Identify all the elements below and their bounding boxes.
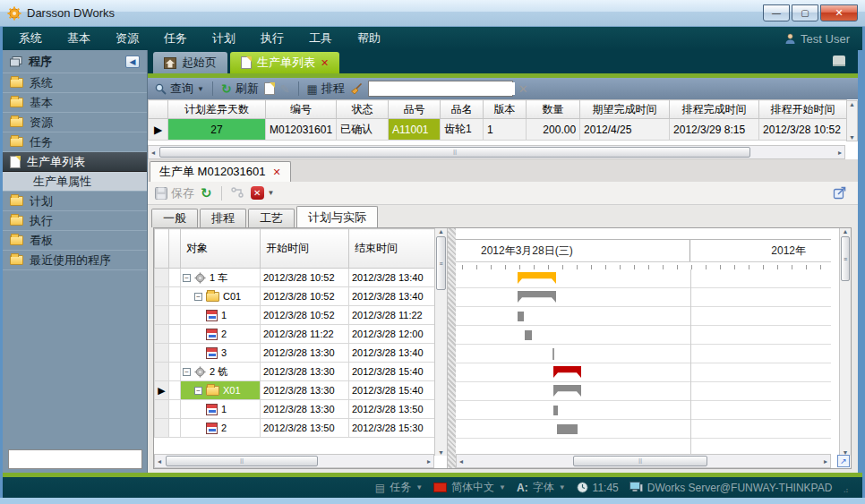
grid-column-header[interactable]: 排程开始时间 [759,100,847,119]
list-filter-input[interactable] [376,82,515,95]
sidebar-item-生产单属性[interactable]: 生产单属性 [3,172,147,192]
open-external-button[interactable] [833,185,847,200]
statusbar-font-label: 字体 [533,480,554,495]
statusbar-language[interactable]: 简体中文 ▼ [433,480,506,495]
tree-row[interactable]: 22012/3/28 13:502012/3/28 15:30 [155,419,435,438]
grid-column-header[interactable]: 品号 [389,100,441,119]
schedule-button[interactable]: ▦ 排程 [307,81,345,97]
grid-column-header[interactable]: 版本 [484,100,527,119]
sidebar-item-最近使用的程序[interactable]: 最近使用的程序 [3,251,147,270]
sidebar-item-计划[interactable]: 计划 [3,192,147,211]
list-filter-clear-icon[interactable]: ✕ [518,82,528,96]
refresh-button[interactable]: ↻ 刷新 [221,81,259,97]
tree-row[interactable]: −C012012/3/28 10:522012/3/28 13:40 [155,287,435,306]
subtab-工艺[interactable]: 工艺 [248,209,295,227]
gantt-bar-task[interactable] [525,330,532,340]
gantt-bar-task[interactable] [557,424,578,434]
query-button[interactable]: 查询 ▼ [155,81,204,97]
resize-grip[interactable]: ⣠ [843,483,850,492]
tree-column-header[interactable]: 结束时间 [349,229,435,269]
tree-column-header[interactable]: 开始时间 [261,229,349,269]
tree-horizontal-scrollbar[interactable]: ◂ ⠿ ▸ [154,454,434,468]
sidebar-search-input[interactable] [18,453,157,466]
sidebar-item-生产单列表[interactable]: 生产单列表 [3,152,147,172]
grid-column-header[interactable]: 期望完成时间 [580,100,670,119]
tree-expander-icon[interactable]: − [194,293,202,301]
new-button[interactable] [264,82,275,95]
subtab-计划与实际[interactable]: 计划与实际 [296,206,378,227]
tree-vertical-scrollbar[interactable]: ▲≡ ▼ [434,228,447,456]
tree-row[interactable]: 22012/3/28 11:222012/3/28 12:00 [155,325,435,344]
minimize-button[interactable]: — [763,4,790,21]
subtab-排程[interactable]: 排程 [200,209,246,227]
tree-row[interactable]: 32012/3/28 13:302012/3/28 13:40 [155,344,435,363]
tree-start-cell: 2012/3/28 13:30 [261,363,349,381]
tab-close-icon[interactable]: ✕ [321,57,329,69]
close-button[interactable]: ✕ [820,4,858,21]
tab-production-order-list-label: 生产单列表 [257,55,315,71]
statusbar-tasks[interactable]: ▤ 任务 ▼ [375,480,423,495]
grid-column-header[interactable]: 品名 [441,100,484,119]
menu-item-计划[interactable]: 计划 [212,30,236,47]
menu-item-系统[interactable]: 系统 [19,30,42,47]
tree-row[interactable]: −1 车2012/3/28 10:522012/3/28 13:40 [155,269,435,287]
menu-item-任务[interactable]: 任务 [164,30,187,47]
menu-item-帮助[interactable]: 帮助 [357,30,381,47]
sidebar-item-执行[interactable]: 执行 [3,211,147,231]
edit-button[interactable]: ✎ [280,82,290,96]
gantt-bar-task[interactable] [518,312,524,321]
grid-row[interactable]: ▶27M012031601已确认A11001齿轮11200.002012/4/2… [149,119,847,141]
tree-row[interactable]: −2 铣2012/3/28 13:302012/3/28 15:40 [155,363,435,381]
tree-row[interactable]: 12012/3/28 13:302012/3/28 13:50 [155,400,435,419]
tree-object-cell: −C01 [181,287,261,306]
query-button-label: 查询 [170,81,193,97]
refresh-icon: ↻ [221,81,232,96]
sidebar-item-系统[interactable]: 系统 [3,73,147,93]
tree-expander-icon[interactable]: − [183,368,191,376]
tree-expander-icon[interactable]: − [183,274,191,282]
tree-row[interactable]: 12012/3/28 10:522012/3/28 11:22 [155,306,435,325]
sidebar-item-资源[interactable]: 资源 [3,113,147,132]
statusbar-server-label: DWorks Server@FUNWAY-THINKPAD [647,482,833,494]
gantt-bar-milestone[interactable] [552,348,554,360]
grid-column-header[interactable]: 数量 [527,100,580,119]
window-title: Darsson DWorks [27,6,115,20]
gantt-vertical-scrollbar[interactable]: ▲≡ ▼ [839,228,851,456]
grid-column-header[interactable]: 计划差异天数 [168,100,266,119]
user-indicator[interactable]: Test User [784,32,850,46]
statusbar-font[interactable]: A: 字体 ▼ [517,480,566,495]
tree-gantt-splitter[interactable] [448,228,456,468]
clear-button[interactable] [350,83,363,95]
sidebar-item-看板[interactable]: 看板 [3,231,147,251]
gantt-bar-task[interactable] [553,406,558,415]
gantt-zoom-fit-button[interactable]: ↗ [837,455,850,467]
grid-column-header[interactable]: 排程完成时间 [670,100,759,119]
grid-column-header[interactable]: 状态 [337,100,389,119]
sidebar-item-label: 看板 [30,233,53,249]
tree-expander-icon[interactable]: − [194,387,202,395]
grid-vertical-scrollbar[interactable]: ▲▼ [846,100,858,141]
reload-button[interactable]: ↻ [201,185,212,201]
tree-column-header[interactable]: 对象 [181,229,261,269]
menu-item-执行[interactable]: 执行 [261,30,284,47]
gantt-horizontal-scrollbar[interactable]: ◂ ⠿ ▸ [456,454,831,468]
order-doc-tab[interactable]: 生产单 M012031601 ✕ [150,161,291,182]
sidebar-item-任务[interactable]: 任务 [3,132,147,152]
menu-item-基本[interactable]: 基本 [67,30,90,47]
sidebar-collapse-button[interactable]: ◀ [125,56,140,68]
maximize-button[interactable]: ▢ [792,4,818,21]
menu-item-工具[interactable]: 工具 [309,30,332,47]
validate-button[interactable]: ✕ ▼ [251,186,275,200]
window-pin-icon[interactable] [833,56,845,64]
save-button[interactable]: 保存 [155,185,194,201]
tab-home[interactable]: 起始页 [153,52,227,73]
grid-column-header[interactable]: 编号 [266,100,337,119]
tree-row[interactable]: ▶−X012012/3/28 13:302012/3/28 15:40 [155,381,435,400]
grid-horizontal-scrollbar[interactable]: ◂ ⠿ ▸ [148,145,845,159]
tab-production-order-list[interactable]: 生产单列表 ✕ [230,52,339,73]
sidebar-item-基本[interactable]: 基本 [3,93,147,113]
workflow-button[interactable] [231,187,244,199]
menu-item-资源[interactable]: 资源 [116,30,139,47]
order-doc-tab-close-icon[interactable]: ✕ [273,167,281,178]
subtab-一般[interactable]: 一般 [151,209,198,227]
